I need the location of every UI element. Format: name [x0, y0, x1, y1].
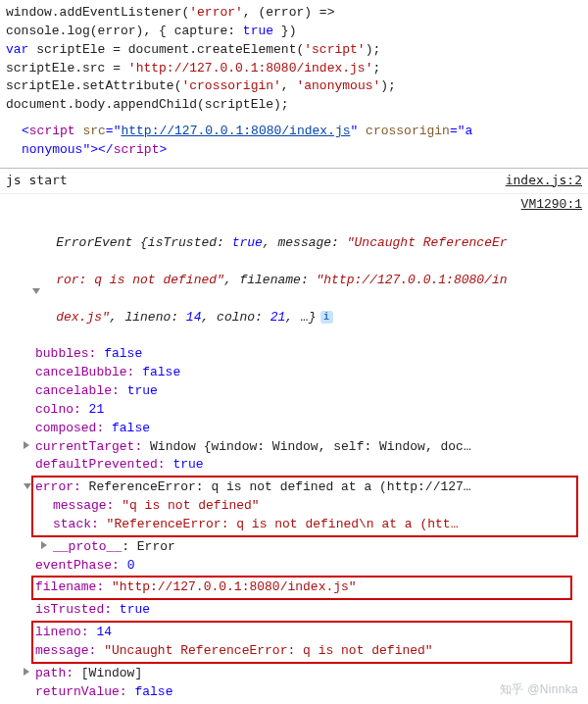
prop-returnValue[interactable]: returnValue: false — [35, 683, 582, 702]
prop-error-stack[interactable]: stack: "ReferenceError: q is not defined… — [53, 516, 574, 534]
console-log-message: js start — [6, 172, 68, 190]
prop-cancelBubble[interactable]: cancelBubble: false — [35, 364, 582, 382]
prop-message[interactable]: message: "Uncaught ReferenceError: q is … — [35, 642, 568, 661]
expand-toggle-icon[interactable] — [32, 288, 40, 294]
prop-error-message[interactable]: message: "q is not defined" — [53, 497, 574, 516]
highlight-filename: filename: "http://127.0.0.1:8080/index.j… — [31, 576, 572, 600]
prop-error-proto[interactable]: __proto__: Error — [53, 538, 582, 557]
prop-isTrusted[interactable]: isTrusted: true — [35, 601, 582, 620]
prop-composed[interactable]: composed: false — [35, 420, 582, 438]
error-event-object[interactable]: ErrorEvent {isTrusted: true, message: "U… — [0, 214, 588, 704]
prop-eventPhase[interactable]: eventPhase: 0 — [35, 557, 582, 576]
console-log-row[interactable]: js start index.js:2 — [0, 169, 588, 194]
prop-error[interactable]: error: ReferenceError: q is not defined … — [35, 478, 574, 497]
prop-bubbles[interactable]: bubbles: false — [35, 345, 582, 364]
prop-cancelable[interactable]: cancelable: true — [35, 382, 582, 401]
prop-lineno[interactable]: lineno: 14 — [35, 624, 568, 642]
js-source-snippet: window.addEventListener('error', (error)… — [0, 0, 588, 121]
elements-script-tag[interactable]: <script src="http://127.0.0.1:8080/index… — [0, 121, 588, 164]
prop-currentTarget[interactable]: currentTarget: Window {window: Window, s… — [35, 438, 582, 457]
error-event-properties: bubbles: false cancelBubble: false cance… — [14, 345, 582, 704]
prop-colno[interactable]: colno: 21 — [35, 401, 582, 420]
prop-path[interactable]: path: [Window] — [35, 665, 582, 683]
chevron-right-icon[interactable] — [24, 668, 29, 676]
highlight-lineno-message: lineno: 14 message: "Uncaught ReferenceE… — [31, 621, 572, 664]
highlight-error-block: error: ReferenceError: q is not defined … — [31, 476, 578, 537]
console-log-source-link[interactable]: index.js:2 — [506, 172, 582, 190]
error-event-summary[interactable]: ErrorEvent {isTrusted: true, message: "U… — [14, 216, 582, 345]
vm-source-link[interactable]: VM1290:1 — [0, 194, 588, 215]
prop-filename[interactable]: filename: "http://127.0.0.1:8080/index.j… — [35, 578, 568, 597]
script-src-link[interactable]: http://127.0.0.1:8080/index.js — [121, 124, 350, 138]
prop-defaultPrevented[interactable]: defaultPrevented: true — [35, 456, 582, 475]
chevron-right-icon[interactable] — [24, 441, 29, 449]
chevron-right-icon[interactable] — [41, 541, 47, 549]
info-icon[interactable]: i — [320, 311, 333, 324]
chevron-down-icon[interactable] — [24, 483, 31, 489]
